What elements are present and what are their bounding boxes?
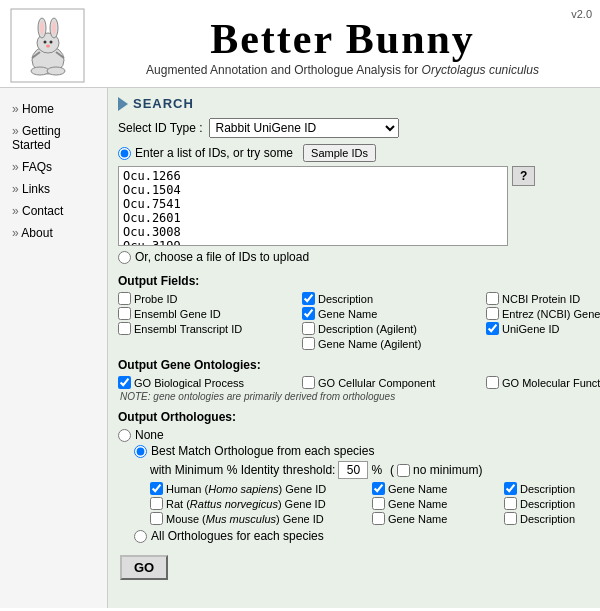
sidebar: HomeGetting StartedFAQsLinksContactAbout bbox=[0, 88, 108, 608]
rat-gene-id-label: Rat (Rattus norvegicus) Gene ID bbox=[166, 498, 326, 510]
no-minimum-label: no minimum bbox=[413, 463, 478, 477]
search-header: SEARCH bbox=[118, 96, 600, 111]
ortho-none-radio[interactable] bbox=[118, 429, 131, 442]
ortho-best-radio[interactable] bbox=[134, 445, 147, 458]
field-entrez-gene-cb[interactable] bbox=[486, 307, 499, 320]
enter-ids-label: Enter a list of IDs, or try some bbox=[135, 146, 293, 160]
ontology-biological: GO Biological Process bbox=[118, 376, 298, 389]
svg-point-8 bbox=[50, 41, 53, 44]
no-minimum-checkbox[interactable] bbox=[397, 464, 410, 477]
rat-gene-name-item: Gene Name bbox=[372, 497, 502, 510]
ontology-cellular-cb[interactable] bbox=[302, 376, 315, 389]
nav-items: HomeGetting StartedFAQsLinksContactAbout bbox=[0, 98, 107, 244]
field-entrez-gene: Entrez (NCBI) Gene ID bbox=[486, 307, 600, 320]
field-probe-id: Probe ID bbox=[118, 292, 298, 305]
output-fields-grid: Probe ID Description NCBI Protein ID Ens… bbox=[118, 292, 600, 350]
ontology-grid: GO Biological Process GO Cellular Compon… bbox=[118, 376, 600, 389]
id-type-select[interactable]: Rabbit UniGene ID Ensembl Gene ID Probe … bbox=[209, 118, 399, 138]
output-fields-header: Output Fields: bbox=[118, 274, 600, 288]
main-content: SEARCH Select ID Type : Rabbit UniGene I… bbox=[108, 88, 600, 608]
field-ensembl-gene-cb[interactable] bbox=[118, 307, 131, 320]
mouse-description-cb[interactable] bbox=[504, 512, 517, 525]
ortho-none-row: None bbox=[118, 428, 600, 442]
go-button[interactable]: GO bbox=[120, 555, 168, 580]
field-ncbi-protein-cb[interactable] bbox=[486, 292, 499, 305]
field-gene-name-cb[interactable] bbox=[302, 307, 315, 320]
human-description-cb[interactable] bbox=[504, 482, 517, 495]
human-description-label: Description bbox=[520, 483, 575, 495]
output-ontologies-header: Output Gene Ontologies: bbox=[118, 358, 600, 372]
field-probe-id-cb[interactable] bbox=[118, 292, 131, 305]
svg-point-6 bbox=[52, 21, 56, 35]
ontology-biological-cb[interactable] bbox=[118, 376, 131, 389]
file-upload-label: Or, choose a file of IDs to upload bbox=[135, 250, 309, 264]
app-title: Better Bunny bbox=[95, 15, 590, 63]
mouse-gene-id-item: Mouse (Mus musculus) Gene ID bbox=[150, 512, 370, 525]
threshold-row: with Minimum % Identity threshold: % ( n… bbox=[150, 461, 600, 479]
id-type-row: Select ID Type : Rabbit UniGene ID Ensem… bbox=[118, 117, 600, 139]
human-gene-id-item: Human (Homo sapiens) Gene ID bbox=[150, 482, 370, 495]
rat-gene-id-item: Rat (Rattus norvegicus) Gene ID bbox=[150, 497, 370, 510]
id-type-label: Select ID Type : bbox=[118, 121, 203, 135]
field-gene-name-agilent-cb[interactable] bbox=[302, 337, 315, 350]
field-ncbi-protein: NCBI Protein ID bbox=[486, 292, 600, 305]
threshold-label: with Minimum % Identity threshold: bbox=[150, 463, 335, 477]
field-ensembl-transcript-cb[interactable] bbox=[118, 322, 131, 335]
field-unigene-cb[interactable] bbox=[486, 322, 499, 335]
layout: HomeGetting StartedFAQsLinksContactAbout… bbox=[0, 88, 600, 608]
sample-ids-button[interactable]: Sample IDs bbox=[303, 144, 376, 162]
file-upload-row: Or, choose a file of IDs to upload bbox=[118, 250, 600, 264]
mouse-description-label: Description bbox=[520, 513, 575, 525]
rat-description-item: Description bbox=[504, 497, 600, 510]
ortho-best-match-row: Best Match Orthologue from each species bbox=[134, 444, 600, 458]
field-ensembl-gene: Ensembl Gene ID bbox=[118, 307, 298, 320]
bottom-bar: GO Reset bbox=[118, 551, 600, 582]
human-gene-name-cb[interactable] bbox=[372, 482, 385, 495]
rat-description-label: Description bbox=[520, 498, 575, 510]
sidebar-item-contact[interactable]: Contact bbox=[0, 200, 107, 222]
field-gene-name-agilent: Gene Name (Agilent) bbox=[302, 337, 482, 350]
field-desc-agilent-cb[interactable] bbox=[302, 322, 315, 335]
header: Better Bunny Augmented Annotation and Or… bbox=[0, 0, 600, 88]
svg-point-9 bbox=[46, 45, 50, 48]
id-textarea[interactable] bbox=[118, 166, 508, 246]
mouse-gene-id-cb[interactable] bbox=[150, 512, 163, 525]
rat-gene-name-cb[interactable] bbox=[372, 497, 385, 510]
field-desc-agilent: Description (Agilent) bbox=[302, 322, 482, 335]
ontology-molecular-cb[interactable] bbox=[486, 376, 499, 389]
species-grid: Human (Homo sapiens) Gene ID Gene Name D… bbox=[150, 482, 600, 525]
mouse-gene-id-label: Mouse (Mus musculus) Gene ID bbox=[166, 513, 324, 525]
mouse-gene-name-cb[interactable] bbox=[372, 512, 385, 525]
sidebar-item-about[interactable]: About bbox=[0, 222, 107, 244]
rat-gene-name-label: Gene Name bbox=[388, 498, 447, 510]
sidebar-item-links[interactable]: Links bbox=[0, 178, 107, 200]
rat-gene-id-cb[interactable] bbox=[150, 497, 163, 510]
ontology-cellular: GO Cellular Component bbox=[302, 376, 482, 389]
all-ortho-label: All Orthologues for each species bbox=[151, 529, 324, 543]
svg-point-7 bbox=[44, 41, 47, 44]
id-input-area: ? bbox=[118, 166, 600, 246]
file-upload-radio[interactable] bbox=[118, 251, 131, 264]
help-button[interactable]: ? bbox=[512, 166, 535, 186]
ontology-molecular: GO Molecular Function bbox=[486, 376, 600, 389]
ortho-none-label: None bbox=[135, 428, 164, 442]
version-label: v2.0 bbox=[571, 8, 592, 20]
search-triangle-icon bbox=[118, 97, 128, 111]
svg-point-13 bbox=[47, 67, 65, 75]
header-text: Better Bunny Augmented Annotation and Or… bbox=[95, 15, 590, 77]
enter-ids-radio[interactable] bbox=[118, 147, 131, 160]
human-gene-id-cb[interactable] bbox=[150, 482, 163, 495]
rat-description-cb[interactable] bbox=[504, 497, 517, 510]
mouse-description-item: Description bbox=[504, 512, 600, 525]
all-ortho-radio[interactable] bbox=[134, 530, 147, 543]
sidebar-item-faqs[interactable]: FAQs bbox=[0, 156, 107, 178]
svg-point-12 bbox=[31, 67, 49, 75]
threshold-percent: % bbox=[371, 463, 382, 477]
field-ensembl-transcript: Ensembl Transcript ID bbox=[118, 322, 298, 335]
human-gene-name-label: Gene Name bbox=[388, 483, 447, 495]
field-description-cb[interactable] bbox=[302, 292, 315, 305]
sidebar-item-home[interactable]: Home bbox=[0, 98, 107, 120]
output-orthologues-header: Output Orthologues: bbox=[118, 410, 600, 424]
sidebar-item-getting-started[interactable]: Getting Started bbox=[0, 120, 107, 156]
threshold-input[interactable] bbox=[338, 461, 368, 479]
